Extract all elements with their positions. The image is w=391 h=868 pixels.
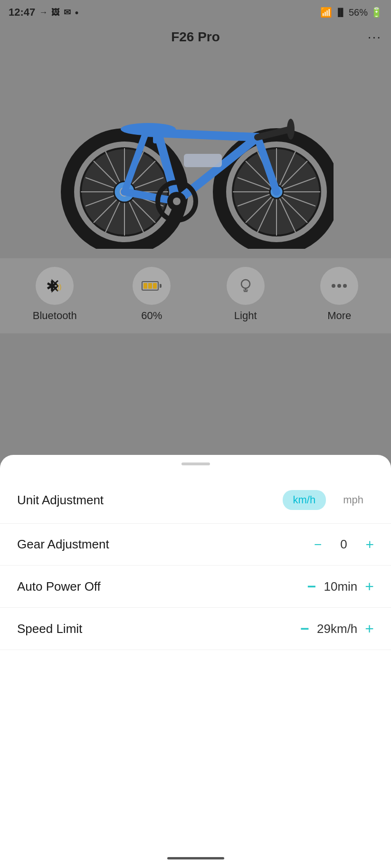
svg-point-36 bbox=[173, 198, 181, 205]
light-icon bbox=[235, 275, 256, 296]
speed-plus-button[interactable]: + bbox=[365, 621, 374, 636]
light-icon-circle bbox=[227, 267, 265, 305]
svg-point-46 bbox=[343, 284, 347, 288]
mph-button[interactable]: mph bbox=[333, 490, 374, 510]
gear-value: 0 bbox=[329, 537, 358, 552]
speed-limit-control: − 29km/h + bbox=[300, 621, 374, 636]
dot-icon: ● bbox=[75, 9, 78, 16]
speed-limit-row: Speed Limit − 29km/h + bbox=[0, 608, 391, 650]
battery-icon-circle bbox=[133, 267, 171, 305]
sheet-handle bbox=[181, 462, 210, 465]
menu-button[interactable]: ··· bbox=[368, 29, 381, 45]
page-title: F26 Pro bbox=[171, 29, 220, 45]
battery-display-icon bbox=[142, 281, 162, 291]
power-plus-button[interactable]: + bbox=[365, 579, 374, 594]
bike-image-area bbox=[0, 49, 391, 258]
gear-minus-button[interactable]: − bbox=[314, 538, 322, 551]
gear-adjustment-label: Gear Adjustment bbox=[17, 537, 109, 552]
more-icon-circle bbox=[320, 267, 358, 305]
auto-power-off-label: Auto Power Off bbox=[17, 579, 101, 594]
speed-limit-label: Speed Limit bbox=[17, 622, 82, 636]
status-right: 📶 ▐▌ 56% 🔋 bbox=[320, 7, 382, 18]
bike-illustration bbox=[58, 59, 334, 249]
unit-toggle: km/h mph bbox=[283, 490, 374, 510]
svg-rect-37 bbox=[184, 154, 222, 167]
battery-percent: 56% bbox=[349, 7, 368, 18]
power-off-value: 10min bbox=[324, 579, 357, 594]
time-display: 12:47 bbox=[9, 6, 35, 19]
more-label: More bbox=[327, 310, 351, 322]
unit-adjustment-label: Unit Adjustment bbox=[17, 493, 104, 508]
gear-adjustment-row: Gear Adjustment − 0 + bbox=[0, 524, 391, 566]
kmh-button[interactable]: km/h bbox=[283, 490, 326, 510]
svg-text:)): )) bbox=[57, 283, 61, 291]
status-icons-row: ✱ )) Bluetooth 60% bbox=[0, 258, 391, 333]
svg-point-45 bbox=[337, 284, 341, 288]
arrow-icon: → bbox=[39, 8, 48, 18]
bottom-sheet: Unit Adjustment km/h mph Gear Adjustment… bbox=[0, 455, 391, 868]
gear-plus-button[interactable]: + bbox=[365, 538, 374, 552]
gear-control: − 0 + bbox=[314, 537, 374, 552]
svg-rect-31 bbox=[153, 129, 160, 143]
svg-point-33 bbox=[287, 119, 295, 140]
mail-icon: ✉ bbox=[64, 7, 71, 18]
bluetooth-item[interactable]: ✱ )) Bluetooth bbox=[33, 267, 77, 322]
light-item[interactable]: Light bbox=[227, 267, 265, 322]
svg-point-44 bbox=[332, 284, 335, 288]
more-dots-icon bbox=[329, 275, 350, 296]
status-bar: 12:47 → 🖼 ✉ ● 📶 ▐▌ 56% 🔋 bbox=[0, 0, 391, 25]
bluetooth-icon-circle: ✱ )) bbox=[36, 267, 74, 305]
auto-power-off-row: Auto Power Off − 10min + bbox=[0, 566, 391, 608]
battery-item[interactable]: 60% bbox=[133, 267, 171, 322]
battery-label: 60% bbox=[141, 310, 162, 322]
more-item[interactable]: More bbox=[320, 267, 358, 322]
image-icon: 🖼 bbox=[51, 8, 60, 18]
svg-point-40 bbox=[241, 280, 250, 288]
power-off-control: − 10min + bbox=[307, 579, 374, 594]
status-left: 12:47 → 🖼 ✉ ● bbox=[9, 6, 79, 19]
bluetooth-icon: ✱ )) bbox=[44, 275, 66, 297]
speed-minus-button[interactable]: − bbox=[300, 621, 309, 636]
svg-point-30 bbox=[121, 123, 176, 135]
battery-icon: 🔋 bbox=[371, 7, 382, 18]
bluetooth-label: Bluetooth bbox=[33, 310, 77, 322]
power-minus-button[interactable]: − bbox=[307, 579, 316, 594]
speed-limit-value: 29km/h bbox=[317, 622, 357, 636]
light-label: Light bbox=[234, 310, 257, 322]
app-bar: F26 Pro ··· bbox=[0, 25, 391, 49]
signal-icon: ▐▌ bbox=[335, 8, 346, 17]
home-indicator bbox=[167, 857, 224, 859]
wifi-icon: 📶 bbox=[320, 7, 332, 18]
unit-adjustment-row: Unit Adjustment km/h mph bbox=[0, 477, 391, 524]
